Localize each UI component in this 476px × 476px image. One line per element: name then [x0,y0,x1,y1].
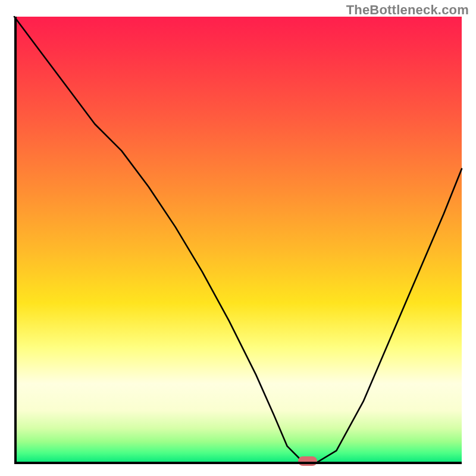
optimal-point-marker [298,456,317,466]
bottleneck-curve-path [14,17,462,464]
watermark-text: TheBottleneck.com [346,2,469,18]
chart-container: TheBottleneck.com [0,0,476,476]
curve-layer [14,17,462,464]
plot-area [14,17,462,464]
